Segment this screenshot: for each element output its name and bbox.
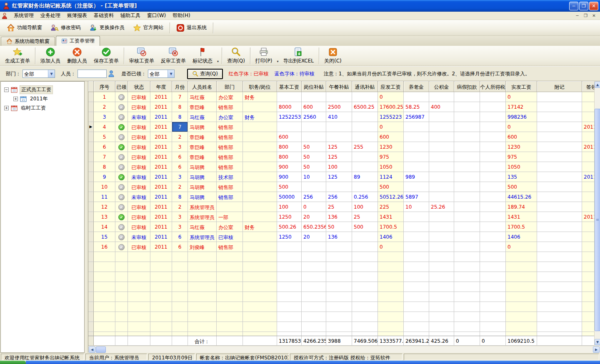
cell-name[interactable]: 马胡腾	[188, 162, 217, 172]
menu-business[interactable]: 业务处理	[37, 11, 64, 20]
cell-post[interactable]	[302, 182, 326, 192]
cell-status[interactable]: 未审核	[128, 172, 150, 182]
cell-sick[interactable]	[454, 122, 480, 132]
cell-seq[interactable]: 14	[94, 222, 115, 232]
cell-note[interactable]	[537, 232, 582, 242]
cell-seq[interactable]: 7	[94, 152, 115, 162]
cell-net[interactable]: 189.74	[506, 202, 537, 212]
cell-note[interactable]	[537, 152, 582, 162]
cell-received[interactable]: ✔	[115, 102, 128, 112]
cell-net[interactable]: 44615.26	[506, 192, 537, 202]
cell-lunch[interactable]: 125	[326, 142, 352, 152]
cell-tax[interactable]	[480, 92, 506, 102]
cell-name[interactable]: 章巨峰	[188, 152, 217, 162]
column-header-month[interactable]: 月份	[172, 81, 188, 92]
cell-month[interactable]: 6	[172, 242, 188, 252]
cell-comm[interactable]: 6500.25	[352, 102, 378, 112]
cell-year[interactable]: 2011	[150, 122, 172, 132]
cell-dept[interactable]: 销售部	[217, 132, 243, 142]
cell-tax[interactable]	[480, 152, 506, 162]
close-tab-button[interactable]: 关闭(C)	[321, 46, 345, 66]
cell-note[interactable]	[537, 102, 582, 112]
cell-net[interactable]: 1230	[506, 142, 537, 152]
audit-payroll-button[interactable]: 审核工资单	[126, 46, 158, 66]
cell-net[interactable]: 1431	[506, 212, 537, 222]
cell-position[interactable]	[243, 122, 277, 132]
cell-lunch[interactable]: 125	[326, 172, 352, 182]
cell-tax[interactable]	[480, 162, 506, 172]
cell-year[interactable]: 2011	[150, 172, 172, 182]
cell-base[interactable]: 1250	[277, 232, 302, 242]
cell-net[interactable]: 0	[506, 92, 537, 102]
cell-dept[interactable]: 销售部	[217, 182, 243, 192]
cell-net[interactable]: 1050	[506, 162, 537, 172]
cell-seq[interactable]: 3	[94, 112, 115, 122]
cell-net[interactable]: 600	[506, 132, 537, 142]
cell-fund[interactable]	[429, 112, 454, 122]
cell-dept[interactable]: 销售部	[217, 142, 243, 152]
cell-position[interactable]	[243, 132, 277, 142]
cell-comm[interactable]: 100	[352, 202, 378, 212]
cell-gross[interactable]: 1406	[378, 232, 404, 242]
column-header-status[interactable]: 状态	[128, 81, 150, 92]
cell-note[interactable]	[537, 112, 582, 122]
minimize-button[interactable]: ─	[569, 2, 578, 10]
cell-dept[interactable]: 销售部	[217, 102, 243, 112]
cell-tax[interactable]	[480, 132, 506, 142]
cell-year[interactable]: 2011	[150, 202, 172, 212]
cell-net[interactable]: 500	[506, 182, 537, 192]
cell-base[interactable]: 600	[277, 132, 302, 142]
cell-fund[interactable]	[429, 232, 454, 242]
cell-pension[interactable]	[404, 222, 429, 232]
cell-position[interactable]	[243, 102, 277, 112]
cell-pension[interactable]	[404, 232, 429, 242]
mark-status-dropdown-arrow[interactable]: ▾	[216, 46, 220, 66]
cell-name[interactable]: 马胡腾	[188, 182, 217, 192]
switch-operator-button[interactable]: 更换操作员	[85, 22, 129, 34]
cell-sick[interactable]	[454, 92, 480, 102]
cell-net[interactable]: 1406	[506, 232, 537, 242]
tab-system-nav[interactable]: 系统功能导航窗	[1, 37, 55, 46]
horizontal-scroll-thumb[interactable]	[96, 347, 106, 353]
cell-received[interactable]: ✔	[115, 222, 128, 232]
cell-position[interactable]	[243, 142, 277, 152]
cell-received[interactable]: ✔	[115, 192, 128, 202]
cell-received[interactable]: ✔	[115, 152, 128, 162]
table-row[interactable]: 11✔未审核20118马胡腾销售部500002562560.25650512.2…	[88, 192, 600, 202]
column-header-note[interactable]: 附记	[537, 81, 582, 92]
cell-month[interactable]: 8	[172, 102, 188, 112]
tree-item-2011[interactable]: + 21 2011年	[1, 94, 84, 103]
cell-fund[interactable]	[429, 162, 454, 172]
cell-status[interactable]: 已审核	[128, 212, 150, 222]
cell-received[interactable]: ✔	[115, 232, 128, 242]
cell-year[interactable]: 2011	[150, 132, 172, 142]
mdi-restore-button[interactable]: ❐	[582, 12, 589, 19]
cell-month[interactable]: 6	[172, 232, 188, 242]
cell-month[interactable]: 2	[172, 132, 188, 142]
cell-post[interactable]: 600	[302, 102, 326, 112]
cell-gross[interactable]: 0	[378, 242, 404, 252]
cell-gross[interactable]: 17600.25	[378, 102, 404, 112]
table-row[interactable]: 8✔已审核20116马胡腾销售部9005010010501050	[88, 162, 600, 172]
menu-reports[interactable]: 账簿报表	[64, 11, 90, 20]
cell-base[interactable]: 800	[277, 152, 302, 162]
cell-seq[interactable]: 8	[94, 162, 115, 172]
cell-comm[interactable]	[352, 92, 378, 102]
cell-position[interactable]: 财务	[243, 222, 277, 232]
table-row[interactable]: 6✔已审核20113章巨峰销售部80050125255123012302011	[88, 142, 600, 152]
cell-seq[interactable]: 15	[94, 232, 115, 242]
scroll-up-arrow[interactable]: ▲	[595, 82, 600, 88]
cell-pension[interactable]: 58.25	[404, 102, 429, 112]
cell-net[interactable]: 0	[506, 122, 537, 132]
cell-gross[interactable]: 1050	[378, 162, 404, 172]
cell-year[interactable]: 2011	[150, 182, 172, 192]
cell-fund[interactable]	[429, 142, 454, 152]
cell-year[interactable]: 2011	[150, 192, 172, 202]
person-picker-icon[interactable]	[108, 70, 115, 77]
column-header-base[interactable]: 基本工资	[277, 81, 302, 92]
expand-icon[interactable]: +	[4, 106, 9, 110]
cell-received[interactable]: ✔	[115, 92, 128, 102]
cell-seq[interactable]: 12	[94, 202, 115, 212]
cell-note[interactable]	[537, 92, 582, 102]
cell-name[interactable]: 章巨峰	[188, 142, 217, 152]
